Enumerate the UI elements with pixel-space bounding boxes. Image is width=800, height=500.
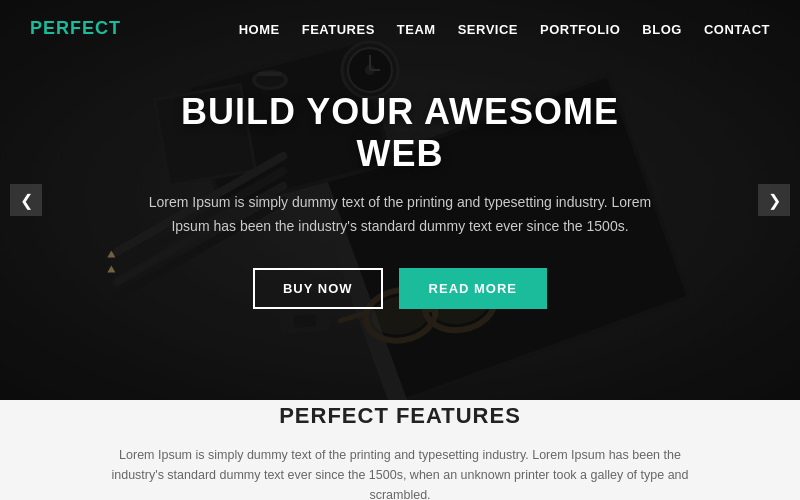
nav-item-contact[interactable]: CONTACT xyxy=(704,22,770,37)
navbar: PERFECT HOMEFEATURESTEAMSERVICEPORTFOLIO… xyxy=(0,0,800,57)
nav-item-portfolio[interactable]: PORTFOLIO xyxy=(540,22,620,37)
hero-title: BUILD YOUR AWESOME WEB xyxy=(140,91,660,175)
features-title: PERFECT FEATURES xyxy=(279,403,521,429)
nav-item-features[interactable]: FEATURES xyxy=(302,22,375,37)
hero-buttons: BUY NOW READ MORE xyxy=(140,268,660,309)
carousel-next-button[interactable]: ❯ xyxy=(758,184,790,216)
read-more-button[interactable]: READ MORE xyxy=(399,268,547,309)
carousel-prev-button[interactable]: ❮ xyxy=(10,184,42,216)
chevron-right-icon: ❯ xyxy=(768,191,781,210)
nav-item-team[interactable]: TEAM xyxy=(397,22,436,37)
features-description: Lorem Ipsum is simply dummy text of the … xyxy=(100,445,700,500)
hero-section: ❮ BUILD YOUR AWESOME WEB Lorem Ipsum is … xyxy=(0,0,800,400)
chevron-left-icon: ❮ xyxy=(20,191,33,210)
brand-logo[interactable]: PERFECT xyxy=(30,18,121,39)
hero-subtitle: Lorem Ipsum is simply dummy text of the … xyxy=(140,191,660,239)
nav-item-home[interactable]: HOME xyxy=(239,22,280,37)
nav-item-blog[interactable]: BLOG xyxy=(642,22,682,37)
nav-item-service[interactable]: SERVICE xyxy=(458,22,518,37)
hero-content: BUILD YOUR AWESOME WEB Lorem Ipsum is si… xyxy=(100,91,700,310)
buy-now-button[interactable]: BUY NOW xyxy=(253,268,383,309)
nav-menu: HOMEFEATURESTEAMSERVICEPORTFOLIOBLOGCONT… xyxy=(239,20,770,38)
features-section: PERFECT FEATURES Lorem Ipsum is simply d… xyxy=(0,400,800,500)
